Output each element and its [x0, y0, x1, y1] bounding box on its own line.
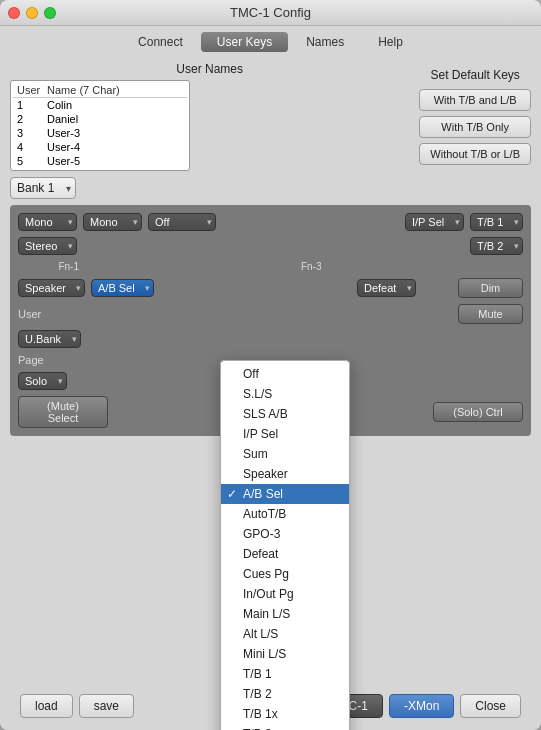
tb1-sel-wrapper: T/B 1T/B 2 — [470, 213, 523, 231]
user-name: User-5 — [47, 155, 183, 167]
table-row[interactable]: 3 User-3 — [13, 126, 187, 140]
with-tb-lb-button[interactable]: With T/B and L/B — [419, 89, 531, 111]
user-row: User Mute — [18, 304, 523, 324]
bank-select[interactable]: Bank 1 Bank 2 Bank 3 — [10, 177, 76, 199]
close-button[interactable]: Close — [460, 694, 521, 718]
dropdown-item-tb1[interactable]: T/B 1 — [221, 664, 349, 684]
mono-select-2[interactable]: MonoStereo5.17.1 — [83, 213, 142, 231]
traffic-lights — [8, 7, 56, 19]
dropdown-item-sls[interactable]: S.L/S — [221, 384, 349, 404]
dropdown-item-mainls[interactable]: Main L/S — [221, 604, 349, 624]
col-header-user: User — [17, 84, 47, 96]
ip-sel-wrapper: I/P Sel — [405, 213, 464, 231]
mono-sel-2-wrapper: MonoStereo5.17.1 — [83, 213, 142, 231]
stereo-select[interactable]: StereoMono — [18, 237, 77, 255]
tb2-select[interactable]: T/B 2T/B 1 — [470, 237, 523, 255]
ubank-select[interactable]: U.Bank — [18, 330, 81, 348]
user-num: 1 — [17, 99, 47, 111]
user-num: 2 — [17, 113, 47, 125]
table-row[interactable]: 2 Daniel — [13, 112, 187, 126]
dim-button[interactable]: Dim — [458, 278, 523, 298]
window-title: TMC-1 Config — [230, 5, 311, 20]
defeat-sel-wrapper: Defeat — [357, 279, 416, 297]
mono-select-1[interactable]: MonoStereo5.17.1 — [18, 213, 77, 231]
fn3-label: Fn-3 — [287, 261, 322, 272]
user-name: User-3 — [47, 127, 183, 139]
dropdown-item-slsab[interactable]: SLS A/B — [221, 404, 349, 424]
mute-select-button[interactable]: (Mute) Select — [18, 396, 108, 428]
tab-connect[interactable]: Connect — [122, 32, 199, 52]
without-tb-lb-button[interactable]: Without T/B or L/B — [419, 143, 531, 165]
tb2-sel-wrapper: T/B 2T/B 1 — [470, 237, 523, 255]
table-row[interactable]: 1 Colin — [13, 98, 187, 112]
absel-select[interactable]: A/B Sel — [91, 279, 154, 297]
set-default-keys-label: Set Default Keys — [419, 68, 531, 82]
user-name: User-4 — [47, 141, 183, 153]
user-name: Colin — [47, 99, 183, 111]
user-table-header: User Name (7 Char) — [13, 83, 187, 98]
off-sel-wrapper: OffS.L/SSLS A/BI/P Sel — [148, 213, 216, 231]
solo-sel-wrapper: Solo — [18, 372, 67, 390]
fn1-label: Fn-1 — [44, 261, 79, 272]
user-num: 5 — [17, 155, 47, 167]
user-names-label: User Names — [10, 62, 409, 76]
top-section: User Names User Name (7 Char) 1 Colin 2 … — [10, 62, 531, 171]
user-num: 3 — [17, 127, 47, 139]
ubank-sel-wrapper: U.Bank — [18, 330, 81, 348]
row-2: StereoMono T/B 2T/B 1 — [18, 237, 523, 255]
xmon-button[interactable]: -XMon — [389, 694, 454, 718]
dropdown-item-speaker[interactable]: Speaker — [221, 464, 349, 484]
solo-select[interactable]: Solo — [18, 372, 67, 390]
save-button[interactable]: save — [79, 694, 134, 718]
title-bar: TMC-1 Config — [0, 0, 541, 26]
solo-ctrl-button[interactable]: (Solo) Ctrl — [433, 402, 523, 422]
dropdown-item-inoutpg[interactable]: In/Out Pg — [221, 584, 349, 604]
page-label: Page — [18, 354, 63, 366]
dropdown-item-tb1x[interactable]: T/B 1x — [221, 704, 349, 724]
load-button[interactable]: load — [20, 694, 73, 718]
with-tb-only-button[interactable]: With T/B Only — [419, 116, 531, 138]
dropdown-item-off[interactable]: Off — [221, 364, 349, 384]
dropdown-item-gpo3[interactable]: GPO-3 — [221, 524, 349, 544]
mono-sel-1-wrapper: MonoStereo5.17.1 — [18, 213, 77, 231]
user-name: Daniel — [47, 113, 183, 125]
speaker-row: Speaker A/B Sel Defeat — [18, 278, 523, 298]
ubank-row: U.Bank — [18, 330, 523, 348]
speaker-select[interactable]: Speaker — [18, 279, 85, 297]
set-default-keys-panel: Set Default Keys With T/B and L/B With T… — [419, 62, 531, 171]
row-1: MonoStereo5.17.1 MonoStereo5.17.1 OffS.L… — [18, 213, 523, 231]
dropdown-item-tb2x[interactable]: T/B 2x — [221, 724, 349, 730]
user-names-panel: User Names User Name (7 Char) 1 Colin 2 … — [10, 62, 409, 171]
off-select[interactable]: OffS.L/SSLS A/BI/P Sel — [148, 213, 216, 231]
tab-names[interactable]: Names — [290, 32, 360, 52]
tab-user-keys[interactable]: User Keys — [201, 32, 288, 52]
dropdown-item-autotb[interactable]: AutoT/B — [221, 504, 349, 524]
dropdown-item-tb2[interactable]: T/B 2 — [221, 684, 349, 704]
mute-button[interactable]: Mute — [458, 304, 523, 324]
tb1-select[interactable]: T/B 1T/B 2 — [470, 213, 523, 231]
dropdown-item-minils[interactable]: Mini L/S — [221, 644, 349, 664]
col-header-name: Name (7 Char) — [47, 84, 183, 96]
absel-sel-wrapper: A/B Sel — [91, 279, 154, 297]
dropdown-item-ipsel[interactable]: I/P Sel — [221, 424, 349, 444]
minimize-traffic-light[interactable] — [26, 7, 38, 19]
dropdown-item-defeat[interactable]: Defeat — [221, 544, 349, 564]
dropdown-item-cuespg[interactable]: Cues Pg — [221, 564, 349, 584]
tab-help[interactable]: Help — [362, 32, 419, 52]
dropdown-item-sum[interactable]: Sum — [221, 444, 349, 464]
defeat-select[interactable]: Defeat — [357, 279, 416, 297]
bank-row: Bank 1 Bank 2 Bank 3 — [10, 177, 531, 199]
ip-sel-select[interactable]: I/P Sel — [405, 213, 464, 231]
main-content: User Names User Name (7 Char) 1 Colin 2 … — [0, 56, 541, 730]
dropdown-item-altls[interactable]: Alt L/S — [221, 624, 349, 644]
close-traffic-light[interactable] — [8, 7, 20, 19]
user-label: User — [18, 308, 63, 320]
tab-bar: Connect User Keys Names Help — [0, 26, 541, 56]
table-row[interactable]: 4 User-4 — [13, 140, 187, 154]
user-table: User Name (7 Char) 1 Colin 2 Daniel 3 Us… — [10, 80, 190, 171]
speaker-sel-wrapper: Speaker — [18, 279, 85, 297]
dropdown-item-absel[interactable]: A/B Sel — [221, 484, 349, 504]
table-row[interactable]: 5 User-5 — [13, 154, 187, 168]
maximize-traffic-light[interactable] — [44, 7, 56, 19]
bank-select-wrapper: Bank 1 Bank 2 Bank 3 — [10, 177, 76, 199]
